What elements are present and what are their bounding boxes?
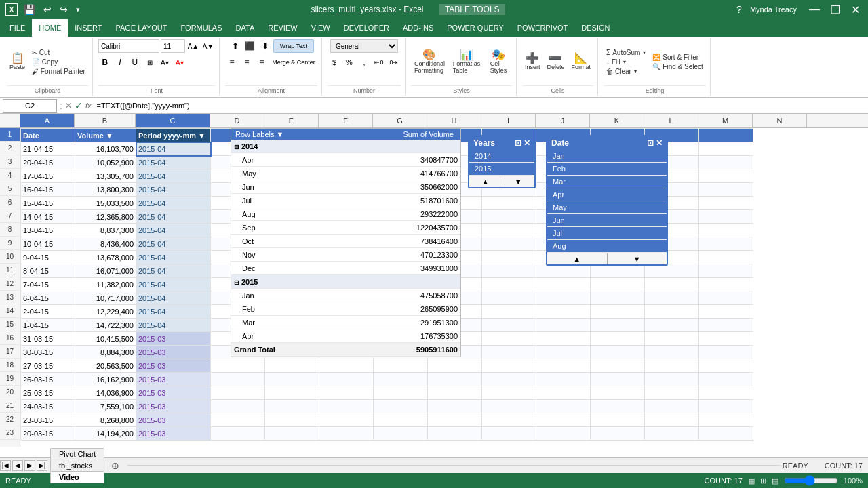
slicer-item[interactable]: Apr [547,188,667,201]
row-num-23[interactable]: 23 [0,426,20,440]
row-num-16[interactable]: 16 [0,331,20,345]
ribbon-tab-data[interactable]: DATA [229,19,262,37]
col-header-l[interactable]: L [644,114,698,127]
row-num-1[interactable]: 1 [0,128,20,142]
slicer-years-filter-icon[interactable]: ⊡ [515,138,521,148]
col-header-e[interactable]: E [264,114,319,127]
ribbon-tab-file[interactable]: FILE [3,19,32,37]
align-bottom-button[interactable]: ⬇ [258,39,272,53]
view-normal[interactable]: ▦ [748,476,755,485]
format-as-table-button[interactable]: 📊 Format as Table [450,48,484,75]
close-button[interactable]: ✕ [848,3,863,16]
row-num-18[interactable]: 18 [0,359,20,372]
row-num-12[interactable]: 12 [0,277,20,291]
name-box[interactable] [3,99,57,113]
paste-button[interactable]: 📋 Paste [7,52,28,72]
sheet-nav-last[interactable]: ▶| [37,460,47,471]
date-cell[interactable]: 24-03-15 [21,400,75,413]
date-cell[interactable]: 16-04-15 [21,183,75,197]
align-center-button[interactable]: ≡ [240,56,254,69]
row-num-10[interactable]: 10 [0,250,20,264]
number-format-select[interactable]: General [330,39,398,53]
decrease-font-button[interactable]: A▼ [201,39,215,53]
slicer-item[interactable]: Jun [547,214,667,227]
font-color-button[interactable]: A▾ [173,56,186,69]
ribbon-tab-page-layout[interactable]: PAGE LAYOUT [108,19,174,37]
date-cell[interactable]: 1-04-15 [21,319,75,332]
volume-cell[interactable]: 7,559,100 [75,400,136,413]
fill-button[interactable]: ↓ Fill ▾ [604,58,648,66]
slicer-date-filter-icon[interactable]: ⊡ [647,138,654,148]
slicer-item[interactable]: Mar [547,176,667,188]
date-cell[interactable]: 15-04-15 [21,197,75,210]
volume-cell[interactable]: 15,033,500 [75,197,136,210]
col-header-k[interactable]: K [590,114,644,127]
volume-cell[interactable]: 10,415,500 [75,332,136,346]
volume-cell[interactable]: 12,229,400 [75,305,136,319]
date-cell[interactable]: 31-03-15 [21,332,75,346]
ribbon-tab-review[interactable]: REVIEW [261,19,304,37]
volume-cell[interactable]: 12,365,800 [75,210,136,224]
delete-button[interactable]: ➖ Delete [544,52,567,72]
align-top-button[interactable]: ⬆ [229,39,242,53]
date-cell[interactable]: 20-03-15 [21,427,75,441]
row-num-13[interactable]: 13 [0,291,20,304]
ribbon-tab-view[interactable]: VIEW [304,19,337,37]
slicer-item[interactable]: Aug [547,240,667,253]
quick-access-undo[interactable]: ↩ [41,4,54,15]
volume-cell[interactable]: 14,194,200 [75,427,136,441]
ribbon-tab-insert[interactable]: INSERT [68,19,108,37]
slicer-item[interactable]: Jan [547,150,667,163]
confirm-formula-btn[interactable]: ✓ [75,100,83,111]
col-header-n[interactable]: N [753,114,807,127]
date-cell[interactable]: 6-04-15 [21,291,75,305]
volume-cell[interactable]: 13,800,300 [75,183,136,197]
date-cell[interactable]: 26-03-15 [21,373,75,386]
minimize-button[interactable]: — [806,3,823,16]
volume-cell[interactable]: 13,305,700 [75,169,136,183]
increase-font-button[interactable]: A▲ [186,39,200,53]
header-cell-1[interactable]: Volume ▼ [75,129,136,142]
slicer-date-scroll[interactable]: JanFebMarAprMayJunJulAug [547,150,667,253]
volume-cell[interactable]: 16,162,900 [75,373,136,386]
italic-button[interactable]: I [113,56,127,69]
border-button[interactable]: ⊞ [143,56,157,69]
col-header-c[interactable]: C [136,114,210,127]
volume-cell[interactable]: 8,436,400 [75,237,136,251]
volume-cell[interactable]: 14,036,900 [75,386,136,400]
row-num-6[interactable]: 6 [0,196,20,209]
volume-cell[interactable]: 20,563,500 [75,359,136,373]
underline-button[interactable]: U [128,56,142,69]
slicer-item[interactable]: Jul [547,227,667,240]
volume-cell[interactable]: 16,103,700 [75,142,136,156]
insert-button[interactable]: ➕ Insert [522,52,543,72]
date-cell[interactable]: 27-03-15 [21,359,75,373]
date-cell[interactable]: 9-04-15 [21,251,75,264]
cut-button[interactable]: ✂ Cut [29,48,88,57]
header-cell-2[interactable]: Period yyyy-mm ▼ [136,129,211,142]
volume-cell[interactable]: 10,717,000 [75,291,136,305]
ribbon-tab-formulas[interactable]: FORMULAS [174,19,229,37]
font-name-input[interactable] [98,39,159,53]
row-num-9[interactable]: 9 [0,237,20,250]
sheet-tab-tbl_stocks[interactable]: tbl_stocks [50,460,104,471]
col-header-d[interactable]: D [210,114,264,127]
volume-cell[interactable]: 14,722,300 [75,319,136,332]
align-left-button[interactable]: ≡ [225,56,239,69]
row-num-4[interactable]: 4 [0,169,20,182]
sheet-nav-prev[interactable]: ◀ [12,460,23,471]
row-num-14[interactable]: 14 [0,304,20,318]
view-layout[interactable]: ⊞ [760,476,766,485]
date-cell[interactable]: 25-03-15 [21,386,75,400]
volume-cell[interactable]: 8,884,300 [75,346,136,359]
date-cell[interactable]: 2-04-15 [21,305,75,319]
volume-cell[interactable]: 8,268,800 [75,413,136,427]
ribbon-tab-powerpivot[interactable]: POWERPIVOT [511,19,575,37]
slicer-item[interactable]: May [547,201,667,214]
volume-cell[interactable]: 10,052,900 [75,156,136,169]
bold-button[interactable]: B [98,56,112,69]
col-header-i[interactable]: I [481,114,536,127]
autosum-button[interactable]: Σ AutoSum ▾ [604,48,648,57]
ribbon-tab-power-query[interactable]: POWER QUERY [440,19,511,37]
slicer-years-scroll[interactable]: 20142015 [469,150,534,176]
